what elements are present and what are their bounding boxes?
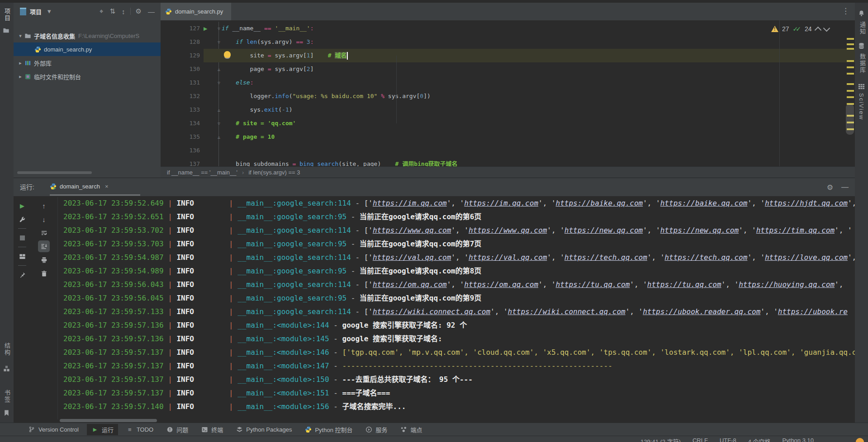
console-link[interactable]: https://baike.qq.com — [660, 199, 748, 207]
project-horizontal-scrollbar[interactable] — [17, 171, 92, 174]
console-link[interactable]: https://new.qq.com — [660, 226, 739, 235]
layout-icon[interactable] — [16, 250, 28, 262]
status-bar-item[interactable]: 129:41 (2 字符) — [640, 437, 681, 442]
folder-icon[interactable] — [3, 27, 9, 34]
warning-stripe-mark[interactable] — [847, 60, 854, 62]
console-link[interactable]: https://tech.qq.com — [564, 253, 647, 262]
tool-window-button-终端[interactable]: 终端 — [196, 424, 228, 435]
caret-right-icon[interactable]: ▸ — [17, 60, 24, 66]
tree-item[interactable]: ▾子域名信息收集F:\Learning\ComputerS — [14, 29, 161, 42]
caret-right-icon[interactable]: ▸ — [17, 74, 24, 80]
editor-tab-domain-search[interactable]: domain_search.py — [161, 3, 231, 22]
tool-window-button-python-packages[interactable]: Python Packages — [231, 424, 296, 434]
console-link[interactable]: https://hjdt.qq.com — [765, 199, 848, 207]
console-link[interactable]: https://tim.qq.com — [756, 226, 835, 235]
scroll-end-icon[interactable] — [38, 240, 50, 252]
print-icon[interactable] — [38, 254, 50, 266]
console-link[interactable]: https://om.qq.com — [464, 280, 538, 289]
tool-stripe-structure-button[interactable]: 结构 — [3, 343, 11, 356]
run-console[interactable]: 2023-06-17 23:59:52.649 | INFO | __main_… — [58, 196, 855, 423]
console-link[interactable]: https://tu.qq.com — [647, 280, 721, 289]
console-link[interactable]: https://tu.qq.com — [556, 280, 630, 289]
console-link[interactable]: https://www.qq.com — [373, 226, 451, 235]
console-link[interactable]: https://www.qq.com — [469, 226, 547, 235]
fold-marker-icon[interactable]: ▿ — [216, 22, 222, 35]
console-link[interactable]: https://val.qq.com — [373, 253, 451, 262]
chevron-down-icon[interactable]: ▾ — [47, 7, 51, 15]
console-link[interactable]: https://wiki.connect.qq.com — [373, 307, 490, 316]
fold-marker-icon[interactable]: ▿ — [216, 76, 222, 89]
up-icon[interactable]: ↑ — [38, 200, 50, 212]
intention-bulb-icon[interactable] — [224, 51, 231, 58]
warning-stripe-mark[interactable] — [847, 90, 854, 92]
project-panel-title[interactable]: 项目 — [30, 7, 42, 16]
bell-icon[interactable] — [858, 10, 865, 17]
fold-marker-icon[interactable]: ▿ — [216, 35, 222, 49]
caret-down-icon[interactable]: ▾ — [17, 33, 24, 39]
fold-marker-icon[interactable]: ▿ — [216, 117, 222, 130]
tool-stripe-database-button[interactable]: 数据库 — [858, 53, 867, 74]
console-link[interactable]: https://wiki.connect.qq.com — [508, 307, 626, 316]
expand-all-icon[interactable]: ⇅ — [109, 7, 115, 15]
minimize-icon[interactable]: — — [148, 8, 155, 15]
database-icon[interactable] — [858, 42, 865, 49]
status-bar-item[interactable]: 4 个空格 — [748, 437, 771, 442]
console-link[interactable]: https://val.qq.com — [469, 253, 547, 262]
minimize-icon[interactable]: — — [841, 183, 849, 191]
run-gutter-icon[interactable]: ▶ — [204, 22, 207, 35]
code-editor[interactable]: 127▶▿if __name__ == '__main__':128▿ if l… — [161, 20, 855, 166]
console-link[interactable]: https://tech.qq.com — [664, 253, 747, 262]
tool-window-button-todo[interactable]: ≡TODO — [122, 424, 158, 434]
tool-window-button-端点[interactable]: 端点 — [396, 424, 427, 435]
warning-stripe-mark[interactable] — [847, 48, 854, 50]
warning-stripe-mark[interactable] — [847, 73, 854, 75]
console-link[interactable]: https://ubook.re — [778, 307, 848, 316]
warning-stripe-mark[interactable] — [847, 43, 854, 45]
console-link[interactable]: https://im.qq.com — [464, 199, 538, 207]
warning-stripe-mark[interactable] — [847, 96, 854, 98]
ok-count[interactable]: 24 — [805, 25, 812, 33]
wrench-icon[interactable] — [16, 213, 28, 225]
console-link[interactable]: https://love.qq.com — [765, 253, 848, 262]
status-bar-item[interactable]: Python 3.10 — [783, 437, 814, 442]
console-link[interactable]: https://om.qq.com — [373, 280, 447, 289]
gear-icon[interactable]: ⚙ — [827, 183, 833, 192]
warning-count[interactable]: 27 — [782, 25, 789, 33]
sciview-grid-icon[interactable] — [858, 83, 865, 90]
tool-window-button-python-控制台[interactable]: Python 控制台 — [300, 424, 357, 435]
tool-window-button-问题[interactable]: 问题 — [161, 424, 193, 435]
console-link[interactable]: https://huoying.qq.com — [739, 280, 835, 289]
status-bar-item[interactable]: CRLF — [693, 437, 708, 442]
console-link[interactable]: https://baike.qq.com — [556, 199, 643, 207]
warning-stripe-mark[interactable] — [847, 66, 854, 68]
tool-window-button-version-control[interactable]: Version Control — [24, 424, 83, 434]
fold-marker-icon[interactable]: ▵ — [216, 130, 222, 144]
tool-window-button-服务[interactable]: 服务 — [361, 424, 392, 435]
tree-item[interactable]: ▸外部库 — [14, 56, 161, 70]
console-horizontal-scrollbar[interactable] — [60, 419, 157, 422]
warning-triangle-icon[interactable]: ! — [771, 26, 778, 32]
close-icon[interactable]: × — [105, 183, 109, 190]
collapse-all-icon[interactable]: ↕ — [122, 8, 125, 15]
target-icon[interactable]: ⌖ — [100, 7, 103, 15]
prev-problem-icon[interactable] — [814, 26, 821, 33]
bookmark-icon[interactable] — [3, 409, 10, 416]
warning-stripe-mark[interactable] — [847, 83, 854, 85]
run-tab-domain-search[interactable]: domain_search × — [50, 178, 108, 195]
structure-icon[interactable] — [3, 365, 10, 372]
editor-scrollbar-thumb[interactable] — [846, 104, 854, 135]
softwrap-icon[interactable] — [38, 227, 50, 239]
more-options-icon[interactable]: ⋮ — [842, 6, 849, 16]
tool-window-button-运行[interactable]: ▶运行 — [87, 424, 118, 435]
warning-stripe-mark[interactable] — [847, 38, 854, 40]
stop-icon[interactable] — [16, 232, 28, 244]
fold-marker-icon[interactable]: ▵ — [216, 103, 222, 117]
breadcrumb-item[interactable]: if __name__ == '__main__' — [167, 169, 237, 176]
tool-stripe-bookmarks-button[interactable]: 书签 — [3, 390, 11, 403]
trash-icon[interactable] — [38, 268, 50, 279]
console-link[interactable]: https://im.qq.com — [373, 199, 447, 207]
tree-item[interactable]: domain_search.py — [14, 42, 161, 56]
gear-icon[interactable]: ⚙ — [136, 7, 142, 15]
breadcrumb-item[interactable]: if len(sys.argv) == 3 — [248, 169, 300, 176]
fold-marker-icon[interactable]: ▵ — [216, 62, 222, 76]
